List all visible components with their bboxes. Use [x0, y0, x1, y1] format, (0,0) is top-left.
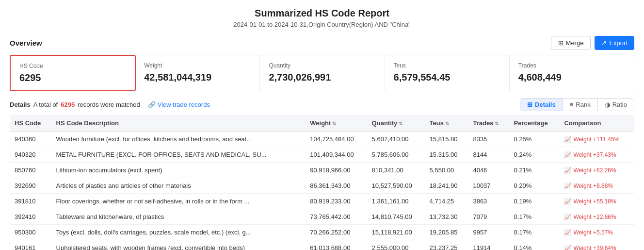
table-row[interactable]: 950300Toys (excl. dolls, doll's carriage…: [10, 225, 634, 240]
merge-button[interactable]: ⊞ Merge: [551, 36, 591, 50]
comparison-value-1: Weight +37.43%: [573, 151, 616, 158]
col-header-percentage: Percentage: [509, 115, 560, 132]
page-subtitle: 2024-01-01 to 2024-10-31,Origin Country(…: [10, 21, 634, 28]
cell-percentage-6: 0.17%: [509, 225, 560, 240]
cell-weight-3: 86,361,343.00: [305, 178, 367, 194]
table-row[interactable]: 392690Articles of plastics and articles …: [10, 178, 634, 194]
col-header-hs-code: HS Code: [10, 115, 51, 132]
table-row[interactable]: 392410Tableware and kitchenware, of plas…: [10, 209, 634, 225]
table-row[interactable]: 940161Upholstered seats, with wooden fra…: [10, 240, 634, 250]
comparison-value-3: Weight +8.88%: [573, 183, 613, 189]
export-button[interactable]: ↗ Export: [595, 36, 634, 50]
comparison-cell-4: 📈 Weight +55.18%: [564, 198, 629, 205]
details-tab-icon: ⊞: [527, 101, 532, 108]
table-row[interactable]: 850760Lithium-ion accumulators (excl. sp…: [10, 163, 634, 178]
card-value-teus: 6,579,554.45: [394, 72, 500, 83]
summary-card-hs-code[interactable]: HS Code 6295: [10, 55, 136, 91]
table-row[interactable]: 391810Floor coverings, whether or not se…: [10, 194, 634, 209]
card-value-quantity: 2,730,026,991: [269, 72, 375, 83]
cell-trades-6: 9957: [468, 225, 509, 240]
summary-card-quantity[interactable]: Quantity 2,730,026,991: [260, 55, 385, 91]
cell-teus-5: 13,732.30: [425, 209, 468, 225]
comparison-icon-6: 📈: [564, 229, 571, 236]
page-title: Summarized HS Code Report: [10, 8, 634, 19]
cell-weight-6: 70,266,252.00: [305, 225, 367, 240]
table-body: 940360Wooden furniture (excl. for office…: [10, 132, 634, 250]
comparison-icon-3: 📈: [564, 183, 571, 189]
col-header-hs-code-desc: HS Code Description: [51, 115, 306, 132]
tab-ratio[interactable]: ◑Ratio: [598, 99, 634, 111]
rank-tab-icon: ≡: [570, 101, 574, 108]
details-left: Details A total of 6295 records were mat…: [10, 101, 210, 108]
comparison-value-6: Weight +5.57%: [573, 229, 613, 236]
cell-trades-5: 7079: [468, 209, 509, 225]
sort-icon: ⇅: [332, 121, 336, 126]
link-icon: 🔗: [148, 101, 156, 108]
table-row[interactable]: 940320METAL FURNITURE (EXCL. FOR OFFICES…: [10, 147, 634, 163]
col-header-quantity[interactable]: Quantity⇅: [367, 115, 425, 132]
comparison-icon-1: 📈: [564, 151, 571, 158]
cell-percentage-3: 0.20%: [509, 178, 560, 194]
col-header-comparison: Comparison: [559, 115, 634, 132]
view-link-label: View trade records: [158, 101, 210, 108]
cell-trades-4: 3863: [468, 194, 509, 209]
overview-actions: ⊞ Merge ↗ Export: [551, 36, 634, 50]
cell-comparison-4: 📈 Weight +55.18%: [559, 194, 634, 209]
merge-icon: ⊞: [558, 39, 564, 47]
cell-quantity-5: 14,810,745.00: [367, 209, 425, 225]
details-label: Details: [10, 101, 31, 108]
comparison-icon-2: 📈: [564, 167, 571, 174]
card-label-hs-code: HS Code: [19, 63, 126, 69]
sort-icon: ⇅: [445, 121, 449, 126]
comparison-cell-3: 📈 Weight +8.88%: [564, 183, 629, 189]
comparison-cell-2: 📈 Weight +62.26%: [564, 167, 629, 174]
comparison-cell-6: 📈 Weight +5.57%: [564, 229, 629, 236]
merge-label: Merge: [566, 39, 584, 47]
card-value-trades: 4,608,449: [518, 72, 625, 83]
cell-weight-4: 80,919,233.00: [305, 194, 367, 209]
summary-card-trades[interactable]: Trades 4,608,449: [510, 55, 634, 91]
cell-hs-code-desc-0: Wooden furniture (excl. for offices, kit…: [51, 132, 306, 147]
cell-quantity-0: 5,607,410.00: [367, 132, 425, 147]
tab-rank[interactable]: ≡Rank: [563, 99, 598, 111]
cell-weight-1: 101,409,344.00: [305, 147, 367, 163]
cell-hs-code-7: 940161: [10, 240, 51, 250]
summary-card-weight[interactable]: Weight 42,581,044,319: [135, 55, 260, 91]
cell-teus-0: 15,815.80: [425, 132, 468, 147]
card-value-weight: 42,581,044,319: [144, 72, 251, 83]
cell-trades-1: 8144: [468, 147, 509, 163]
card-label-teus: Teus: [394, 62, 500, 69]
cell-comparison-6: 📈 Weight +5.57%: [559, 225, 634, 240]
cell-trades-2: 4046: [468, 163, 509, 178]
data-table: HS CodeHS Code DescriptionWeight⇅Quantit…: [10, 115, 634, 250]
comparison-icon-4: 📈: [564, 198, 571, 205]
comparison-value-5: Weight +22.66%: [573, 214, 616, 220]
cell-hs-code-2: 850760: [10, 163, 51, 178]
col-header-teus[interactable]: Teus⇅: [425, 115, 468, 132]
col-header-trades[interactable]: Trades⇅: [468, 115, 509, 132]
cell-hs-code-desc-4: Floor coverings, whether or not self-adh…: [51, 194, 306, 209]
cell-percentage-7: 0.14%: [509, 240, 560, 250]
cell-trades-3: 10037: [468, 178, 509, 194]
col-header-weight[interactable]: Weight⇅: [305, 115, 367, 132]
comparison-cell-0: 📈 Weight +111.45%: [564, 136, 629, 143]
table-row[interactable]: 940360Wooden furniture (excl. for office…: [10, 132, 634, 147]
cell-quantity-3: 10,527,590.00: [367, 178, 425, 194]
comparison-value-7: Weight +39.64%: [573, 245, 616, 250]
cell-hs-code-3: 392690: [10, 178, 51, 194]
cell-weight-0: 104,725,464.00: [305, 132, 367, 147]
view-trade-records-link[interactable]: 🔗 View trade records: [148, 101, 210, 108]
card-label-weight: Weight: [144, 62, 251, 69]
cell-quantity-4: 1,361,161.00: [367, 194, 425, 209]
cell-trades-0: 8335: [468, 132, 509, 147]
comparison-cell-1: 📈 Weight +37.43%: [564, 151, 629, 158]
cell-teus-7: 23,237.25: [425, 240, 468, 250]
cell-hs-code-desc-5: Tableware and kitchenware, of plastics: [51, 209, 306, 225]
cell-teus-6: 19,205.85: [425, 225, 468, 240]
comparison-icon-7: 📈: [564, 245, 571, 250]
cell-quantity-7: 2,555,000.00: [367, 240, 425, 250]
summary-card-teus[interactable]: Teus 6,579,554.45: [385, 55, 510, 91]
tab-details[interactable]: ⊞Details: [520, 99, 563, 111]
cell-comparison-0: 📈 Weight +111.45%: [559, 132, 634, 147]
cell-percentage-0: 0.25%: [509, 132, 560, 147]
